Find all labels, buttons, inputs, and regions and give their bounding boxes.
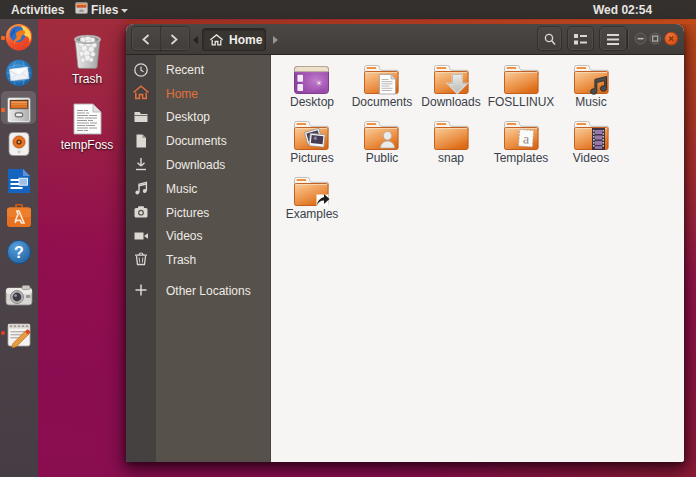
svg-text:?: ?: [14, 244, 24, 261]
